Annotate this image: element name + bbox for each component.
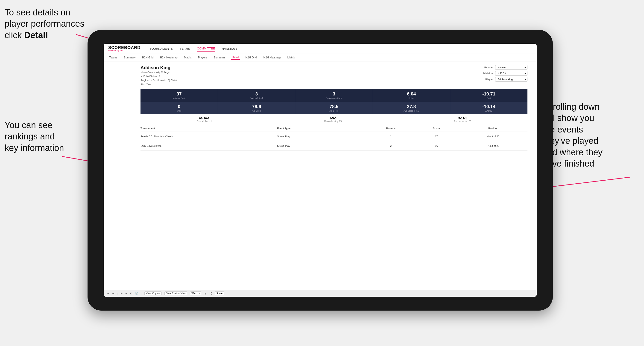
toolbar-clock[interactable]: 🕐 xyxy=(135,292,138,295)
sub-nav-teams[interactable]: Teams xyxy=(108,55,118,60)
tablet: SCOREBOARD Powered by clippd TOURNAMENTS… xyxy=(88,30,553,311)
gender-select[interactable]: Women Men xyxy=(495,65,528,70)
stat-label-avg-score: Avg Score xyxy=(220,110,293,112)
record-top25: 1-5-0 Record vs top 25 xyxy=(324,117,342,123)
toolbar-redo[interactable]: ↪ xyxy=(112,292,114,295)
toolbar-undo[interactable]: ↩ xyxy=(107,292,110,295)
toolbar-monitor[interactable]: 🖥 xyxy=(204,292,206,295)
division-row: Division NJCAA I NJCAA II xyxy=(479,71,528,76)
th-event-type: Event Type xyxy=(277,127,368,130)
stat-avg-sg: -10.14 Avg SG xyxy=(450,102,528,114)
sub-nav-detail[interactable]: Detail xyxy=(231,55,240,60)
nav-tournaments[interactable]: TOURNAMENTS xyxy=(150,46,173,51)
stat-avg-score: 79.6 Avg Score xyxy=(218,102,295,114)
records-row: 91-20-1 Overall Record 1-5-0 Record vs t… xyxy=(104,114,537,125)
annotation-right: Scrolling down will show you the events … xyxy=(543,101,640,169)
stats-row-2: 0 Wins 79.6 Avg Score 78.5 Adj Score 27.… xyxy=(140,102,528,114)
player-region: Region 1 - Southwest (18) District xyxy=(140,78,178,83)
th-score: Score xyxy=(414,127,459,130)
stat-value-wins: 0 xyxy=(142,104,216,109)
record-overall: 91-20-1 Overall Record xyxy=(197,117,212,123)
stat-label-sos: SoS xyxy=(452,97,526,99)
stat-national-rank: 37 National Rank xyxy=(140,89,218,102)
scoreboard-logo: SCOREBOARD Powered by clippd xyxy=(108,45,140,52)
record-value-overall: 91-20-1 xyxy=(197,117,212,120)
record-top50: 5-11-1 Record vs top 50 xyxy=(454,117,472,123)
td-event-0: Stroke Play xyxy=(277,135,368,138)
toolbar-share[interactable]: Share xyxy=(215,292,224,295)
stat-label-points: Points xyxy=(375,97,448,99)
tablet-screen: SCOREBOARD Powered by clippd TOURNAMENTS… xyxy=(104,44,537,297)
td-score-1: 16 xyxy=(414,145,459,147)
toolbar-view-original[interactable]: View: Original xyxy=(144,292,162,295)
player-college: Mesa Community College xyxy=(140,70,178,75)
sub-nav-h2h-heatmap1[interactable]: H2H Heatmap xyxy=(159,55,178,60)
annotation-top-left: To see details on player performances cl… xyxy=(4,7,101,41)
nav-committee[interactable]: COMMITTEE xyxy=(197,46,215,51)
stat-label-avg-score-par: Avg Score to Par xyxy=(375,110,448,112)
th-rounds: Rounds xyxy=(368,127,414,130)
bottom-toolbar: ↩ ↪ | ⊖ ⊕ ⊡ 🕐 | View: Original Save Cust… xyxy=(104,290,537,297)
stat-label-adj-score: Adj Score xyxy=(297,110,370,112)
record-label-top25: Record vs top 25 xyxy=(324,120,342,123)
gender-row: Gender Women Men xyxy=(479,65,528,70)
sub-nav-summary2[interactable]: Summary xyxy=(212,55,226,60)
stat-conference-rank: 3 Conference Rank xyxy=(295,89,373,102)
sub-nav-matrix1[interactable]: Matrix xyxy=(183,55,192,60)
app-header: SCOREBOARD Powered by clippd TOURNAMENTS… xyxy=(104,44,537,54)
division-label: Division xyxy=(479,72,493,75)
player-division: NJCAA Division 1 xyxy=(140,75,178,79)
toolbar-zoom-out[interactable]: ⊖ xyxy=(120,292,122,295)
th-tournament: Tournament xyxy=(140,127,277,130)
division-select[interactable]: NJCAA I NJCAA II xyxy=(495,71,528,76)
logo-title: SCOREBOARD xyxy=(108,45,140,50)
record-label-top50: Record vs top 50 xyxy=(454,120,472,123)
stat-points: 6.04 Points xyxy=(373,89,450,102)
record-label-overall: Overall Record xyxy=(197,120,212,123)
player-row: Player Addison King xyxy=(479,77,528,82)
tournament-table: Tournament Event Type Rounds Score Posit… xyxy=(140,125,528,290)
nav-rankings[interactable]: RANKINGS xyxy=(222,46,238,51)
player-label: Player xyxy=(479,78,493,81)
toolbar-watch[interactable]: Watch ▾ xyxy=(190,292,202,295)
player-year: First Year xyxy=(140,83,178,87)
stat-wins: 0 Wins xyxy=(140,102,218,114)
player-header: Addison King Mesa Community College NJCA… xyxy=(104,61,537,89)
player-info-right: Gender Women Men Division NJCAA I NJCAA … xyxy=(479,65,528,82)
logo-powered: Powered by clippd xyxy=(108,50,140,52)
toolbar-fit[interactable]: ⊡ xyxy=(130,292,132,295)
stat-label-national-rank: National Rank xyxy=(142,97,216,99)
stat-label-regional-rank: Regional Rank xyxy=(220,97,293,99)
player-name: Addison King xyxy=(140,65,178,70)
stat-adj-score: 78.5 Adj Score xyxy=(295,102,373,114)
record-value-top25: 1-5-0 xyxy=(324,117,342,120)
td-position-1: 7 out of 20 xyxy=(459,145,528,147)
player-select[interactable]: Addison King xyxy=(495,77,528,82)
sub-nav-h2h-heatmap2[interactable]: H2H Heatmap xyxy=(262,55,282,60)
sub-nav-h2h-grid2[interactable]: H2H Grid xyxy=(244,55,258,60)
sub-nav-matrix2[interactable]: Matrix xyxy=(286,55,296,60)
stat-value-adj-score: 78.5 xyxy=(297,104,370,109)
sub-nav-summary1[interactable]: Summary xyxy=(123,55,136,60)
td-rounds-0: 2 xyxy=(368,135,414,138)
stat-label-wins: Wins xyxy=(142,110,216,112)
toolbar-save-custom[interactable]: Save Custom View xyxy=(164,292,187,295)
annotation-bottom-left: You can see rankings and key information xyxy=(4,120,97,154)
toolbar-zoom-in[interactable]: ⊕ xyxy=(125,292,127,295)
td-rounds-1: 2 xyxy=(368,145,414,147)
stat-value-sos: -19.71 xyxy=(452,91,526,97)
toolbar-expand[interactable]: ⛶ xyxy=(209,292,212,295)
sub-nav: Teams Summary H2H Grid H2H Heatmap Matri… xyxy=(104,54,537,61)
stat-value-national-rank: 37 xyxy=(142,91,216,97)
stat-label-avg-sg: Avg SG xyxy=(452,110,526,112)
stat-regional-rank: 3 Regional Rank xyxy=(218,89,295,102)
stat-value-points: 6.04 xyxy=(375,91,448,97)
sub-nav-players[interactable]: Players xyxy=(197,55,208,60)
td-tournament-1: Lady Coyote Invite xyxy=(140,145,277,147)
stats-row-1: 37 National Rank 3 Regional Rank 3 Confe… xyxy=(140,89,528,102)
table-row[interactable]: Estella CC- Mountain Classic Stroke Play… xyxy=(140,132,528,141)
table-row[interactable]: Lady Coyote Invite Stroke Play 2 16 7 ou… xyxy=(140,141,528,151)
sub-nav-h2h-grid1[interactable]: H2H Grid xyxy=(141,55,154,60)
stat-sos: -19.71 SoS xyxy=(450,89,528,102)
nav-teams[interactable]: TEAMS xyxy=(180,46,190,51)
